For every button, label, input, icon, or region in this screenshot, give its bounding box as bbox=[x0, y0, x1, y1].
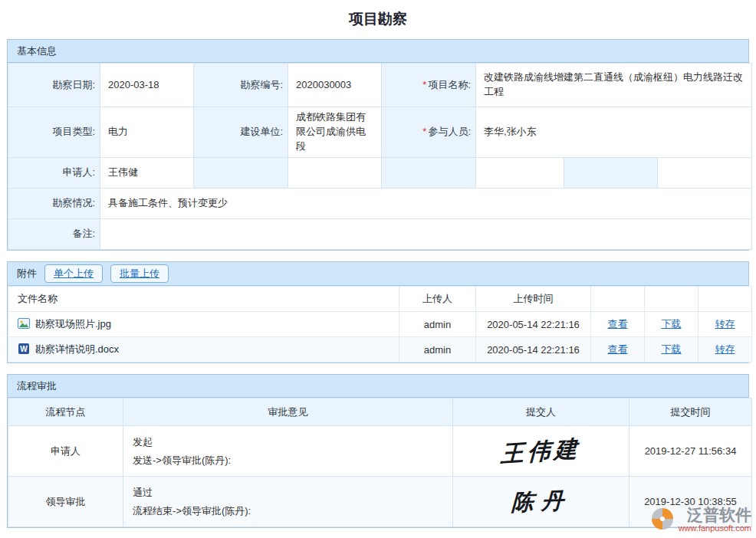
project-name-value: 改建铁路成渝线增建第二直通线（成渝枢纽）电力线路迁改工程 bbox=[476, 64, 752, 107]
opinion-line2: 发送->领导审批(陈丹): bbox=[133, 454, 443, 467]
attachments-header: 附件 单个上传 批量上传 bbox=[8, 262, 748, 287]
uploader-cell: admin bbox=[399, 337, 476, 362]
opinion-cell: 通过 流程结束->领导审批(陈丹): bbox=[123, 477, 453, 527]
file-name[interactable]: 勘察现场照片.jpg bbox=[35, 317, 111, 331]
basic-info-panel: 基本信息 勘察日期: 2020-03-18 勘察编号: 2020030003 *… bbox=[7, 39, 749, 251]
project-type-label: 项目类型: bbox=[8, 107, 100, 158]
approval-header: 流程审批 bbox=[8, 375, 748, 398]
project-survey-page: 项目勘察 基本信息 勘察日期: 2020-03-18 勘察编号: 2020030… bbox=[0, 0, 756, 538]
col-upload-time: 上传时间 bbox=[476, 287, 591, 312]
image-file-icon bbox=[18, 317, 30, 332]
attachments-panel: 附件 单个上传 批量上传 文件名称 上传人 上传时间 bbox=[7, 261, 749, 364]
opinion-line1: 通过 bbox=[133, 487, 443, 499]
required-asterisk: * bbox=[422, 126, 426, 137]
download-link[interactable]: 下载 bbox=[662, 343, 682, 355]
opinion-line1: 发起 bbox=[133, 436, 443, 448]
attachments-table: 文件名称 上传人 上传时间 勘察现场照片.jpg admin 202 bbox=[8, 286, 752, 362]
applicant-value: 王伟健 bbox=[100, 157, 194, 188]
col-opinion: 审批意见 bbox=[123, 399, 453, 426]
situation-label: 勘察情况: bbox=[8, 188, 100, 218]
empty-value-cell bbox=[476, 157, 564, 188]
project-name-label: *项目名称: bbox=[382, 64, 476, 107]
participants-value: 李华,张小东 bbox=[476, 107, 752, 158]
opinion-line2: 流程结束->领导审批(陈丹): bbox=[133, 505, 443, 517]
transfer-link[interactable]: 转存 bbox=[715, 318, 735, 330]
col-action-2 bbox=[645, 287, 698, 312]
col-uploader: 上传人 bbox=[399, 287, 476, 312]
approval-title: 流程审批 bbox=[17, 379, 57, 393]
situation-value: 具备施工条件、预计变更少 bbox=[100, 188, 752, 218]
file-name[interactable]: 勘察详情说明.docx bbox=[35, 343, 119, 356]
col-node: 流程节点 bbox=[8, 399, 123, 426]
basic-info-table: 勘察日期: 2020-03-18 勘察编号: 2020030003 *项目名称:… bbox=[8, 63, 752, 250]
view-link[interactable]: 查看 bbox=[608, 343, 628, 355]
approval-panel: 流程审批 流程节点 审批意见 提交人 提交时间 申请人 发起 发送->领导审批(… bbox=[7, 374, 749, 528]
opinion-cell: 发起 发送->领导审批(陈丹): bbox=[123, 426, 453, 477]
survey-no-label: 勘察编号: bbox=[194, 64, 288, 107]
upload-time-cell: 2020-05-14 22:21:16 bbox=[476, 337, 591, 362]
survey-date-value: 2020-03-18 bbox=[100, 64, 194, 107]
remark-value bbox=[100, 218, 752, 249]
download-link[interactable]: 下载 bbox=[662, 318, 682, 330]
survey-no-value: 2020030003 bbox=[288, 64, 382, 107]
empty-value-cell bbox=[288, 157, 382, 188]
build-unit-label: 建设单位: bbox=[194, 107, 288, 158]
submit-time-cell: 2019-12-27 11:56:34 bbox=[629, 426, 752, 477]
batch-upload-button[interactable]: 批量上传 bbox=[110, 264, 169, 284]
participants-label: *参与人员: bbox=[382, 107, 476, 158]
project-type-value: 电力 bbox=[100, 107, 194, 158]
basic-info-header: 基本信息 bbox=[8, 40, 748, 63]
submit-time-cell: 2019-12-30 10:38:55 bbox=[629, 477, 752, 527]
empty-value-cell bbox=[658, 157, 752, 188]
approval-row: 申请人 发起 发送->领导审批(陈丹): 王伟建 2019-12-27 11:5… bbox=[8, 426, 752, 477]
approval-table: 流程节点 审批意见 提交人 提交时间 申请人 发起 发送->领导审批(陈丹): … bbox=[8, 398, 752, 527]
transfer-link[interactable]: 转存 bbox=[715, 343, 735, 355]
basic-info-title: 基本信息 bbox=[17, 44, 57, 58]
view-link[interactable]: 查看 bbox=[608, 318, 628, 330]
attachments-title: 附件 bbox=[17, 267, 37, 280]
empty-label-cell bbox=[382, 157, 476, 188]
node-cell: 领导审批 bbox=[8, 477, 123, 527]
col-action-1 bbox=[591, 287, 645, 312]
node-cell: 申请人 bbox=[8, 426, 123, 477]
required-asterisk: * bbox=[422, 79, 426, 90]
empty-label-cell bbox=[564, 157, 658, 188]
applicant-label: 申请人: bbox=[8, 157, 100, 188]
word-file-icon: W bbox=[18, 343, 30, 357]
upload-time-cell: 2020-05-14 22:21:16 bbox=[476, 312, 591, 337]
empty-label-cell bbox=[194, 157, 288, 188]
survey-date-label: 勘察日期: bbox=[8, 64, 100, 107]
col-submit-time: 提交时间 bbox=[629, 399, 752, 426]
approval-row: 领导审批 通过 流程结束->领导审批(陈丹): 陈丹 2019-12-30 10… bbox=[8, 477, 752, 527]
svg-text:W: W bbox=[20, 345, 28, 353]
col-submitter: 提交人 bbox=[453, 399, 629, 426]
col-file-name: 文件名称 bbox=[8, 287, 399, 312]
remark-label: 备注: bbox=[8, 218, 100, 249]
col-action-3 bbox=[698, 287, 752, 312]
single-upload-button[interactable]: 单个上传 bbox=[44, 264, 103, 284]
page-title: 项目勘察 bbox=[7, 0, 749, 39]
uploader-cell: admin bbox=[399, 312, 476, 337]
signature: 陈丹 bbox=[511, 490, 571, 514]
attachment-row: 勘察现场照片.jpg admin 2020-05-14 22:21:16 查看 … bbox=[8, 312, 752, 337]
signature: 王伟建 bbox=[501, 437, 582, 465]
attachment-row: W 勘察详情说明.docx admin 2020-05-14 22:21:16 … bbox=[8, 337, 752, 362]
build-unit-value: 成都铁路集团有限公司成渝供电段 bbox=[288, 107, 382, 158]
